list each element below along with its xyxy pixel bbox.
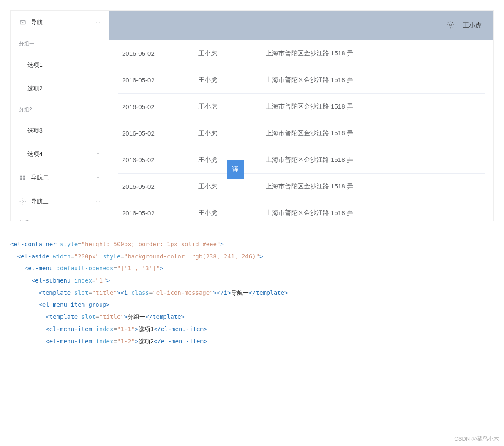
- group-title: 分组2: [11, 100, 109, 119]
- menu-item-opt3[interactable]: 选项3: [11, 119, 109, 142]
- table-row: 2016-05-02王小虎上海市普陀区金沙江路 1518 弄: [118, 120, 485, 147]
- menu-item-opt4[interactable]: 选项4: [11, 142, 109, 166]
- nav-item-1[interactable]: 导航一: [11, 11, 109, 34]
- menu-item-label: 选项4: [27, 150, 95, 158]
- chevron-up-icon: [95, 19, 101, 26]
- nav-item-2[interactable]: 导航二: [11, 166, 109, 190]
- menu-item-opt2[interactable]: 选项2: [11, 76, 109, 100]
- cell-addr: 上海市普陀区金沙江路 1518 弄: [262, 93, 485, 120]
- cell-date: 2016-05-02: [118, 173, 194, 200]
- table-row: 2016-05-02王小虎上海市普陀区金沙江路 1518 弄: [118, 40, 485, 67]
- main-content[interactable]: 译 2016-05-02王小虎上海市普陀区金沙江路 1518 弄2016-05-…: [109, 40, 493, 221]
- table-row: 2016-05-02王小虎上海市普陀区金沙江路 1518 弄: [118, 93, 485, 120]
- header: 王小虎: [109, 11, 493, 40]
- code-snippet: <el-container style="height: 500px; bord…: [10, 238, 494, 347]
- chevron-down-icon: [95, 151, 101, 158]
- cell-addr: 上海市普陀区金沙江路 1518 弄: [262, 173, 485, 200]
- table-row: 2016-05-02王小虎上海市普陀区金沙江路 1518 弄: [118, 200, 485, 221]
- main-column: 王小虎 译 2016-05-02王小虎上海市普陀区金沙江路 1518 弄2016…: [109, 11, 493, 221]
- sidebar[interactable]: 导航一 分组一 选项1 选项2 分组2 选项3 选项4: [11, 11, 109, 221]
- group-title: 分组一: [11, 213, 109, 221]
- data-table: 2016-05-02王小虎上海市普陀区金沙江路 1518 弄2016-05-02…: [118, 40, 485, 221]
- cell-name: 王小虎: [194, 120, 262, 147]
- cell-date: 2016-05-02: [118, 67, 194, 93]
- message-icon: [19, 19, 27, 26]
- cell-addr: 上海市普陀区金沙江路 1518 弄: [262, 120, 485, 147]
- menu-item-opt1[interactable]: 选项1: [11, 53, 109, 76]
- nav-item-3[interactable]: 导航三: [11, 190, 109, 213]
- nav-label: 导航一: [31, 19, 95, 26]
- svg-rect-1: [20, 176, 22, 178]
- svg-point-6: [450, 24, 452, 26]
- cell-date: 2016-05-02: [118, 147, 194, 173]
- cell-addr: 上海市普陀区金沙江路 1518 弄: [262, 40, 485, 67]
- svg-rect-0: [20, 20, 25, 24]
- gear-icon: [19, 198, 27, 205]
- chevron-up-icon: [95, 199, 101, 205]
- cell-addr: 上海市普陀区金沙江路 1518 弄: [262, 67, 485, 93]
- nav-label: 导航二: [31, 174, 95, 182]
- svg-point-5: [22, 201, 24, 202]
- cell-addr: 上海市普陀区金沙江路 1518 弄: [262, 200, 485, 221]
- nav-label: 导航三: [31, 198, 95, 205]
- table-row: 2016-05-02王小虎上海市普陀区金沙江路 1518 弄: [118, 147, 485, 173]
- table-row: 2016-05-02王小虎上海市普陀区金沙江路 1518 弄: [118, 173, 485, 200]
- cell-name: 王小虎: [194, 93, 262, 120]
- cell-name: 王小虎: [194, 40, 262, 67]
- translate-button[interactable]: 译: [227, 160, 244, 179]
- app-container: 导航一 分组一 选项1 选项2 分组2 选项3 选项4: [10, 10, 494, 221]
- cell-name: 王小虎: [194, 200, 262, 221]
- cell-date: 2016-05-02: [118, 200, 194, 221]
- svg-rect-3: [20, 178, 22, 180]
- cell-addr: 上海市普陀区金沙江路 1518 弄: [262, 147, 485, 173]
- svg-rect-4: [23, 178, 25, 180]
- cell-name: 王小虎: [194, 67, 262, 93]
- group-title: 分组一: [11, 34, 109, 53]
- menu-icon: [19, 174, 27, 182]
- cell-date: 2016-05-02: [118, 120, 194, 147]
- user-name[interactable]: 王小虎: [463, 22, 482, 30]
- table-row: 2016-05-02王小虎上海市普陀区金沙江路 1518 弄: [118, 67, 485, 93]
- gear-icon[interactable]: [447, 21, 454, 30]
- chevron-down-icon: [95, 175, 101, 181]
- cell-date: 2016-05-02: [118, 40, 194, 67]
- svg-rect-2: [23, 176, 25, 178]
- cell-date: 2016-05-02: [118, 93, 194, 120]
